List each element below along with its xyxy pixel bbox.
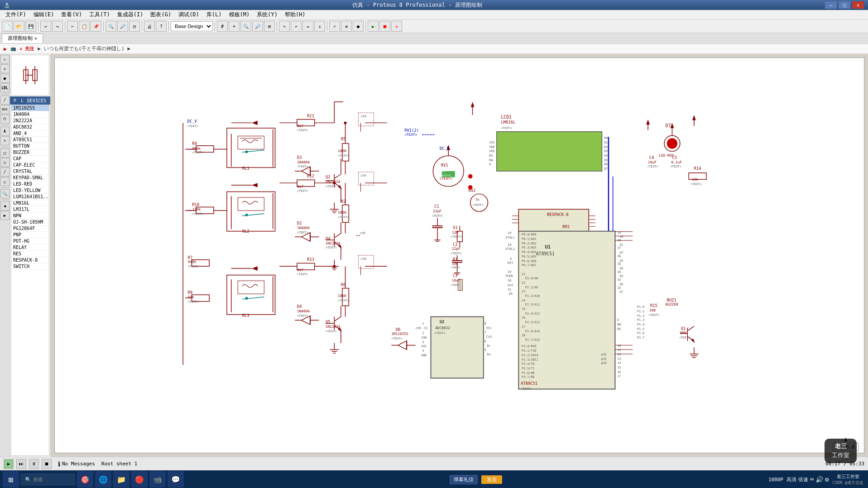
tb-flip-h[interactable]: ↔ — [302, 21, 313, 32]
send-btn[interactable]: 发送 — [481, 475, 502, 484]
comp-item-lm317[interactable]: LM317L — [11, 206, 49, 213]
pause-button[interactable]: ⏸ — [29, 459, 39, 469]
comp-item-pnp[interactable]: PNP — [11, 232, 49, 238]
comp-item-led-red[interactable]: LED-RED — [11, 181, 49, 187]
comp-item-crystal[interactable]: CRYSTAL — [11, 168, 49, 175]
settings-icon[interactable]: ⚙ — [825, 476, 829, 483]
new-button[interactable]: 📄 — [2, 21, 13, 32]
draw-line[interactable]: / — [0, 167, 10, 177]
pin-tool[interactable]: ⊓ — [0, 115, 10, 124]
minimize-button[interactable]: — — [825, 1, 837, 9]
fit-button[interactable]: ⊡ — [129, 21, 140, 32]
menu-template[interactable]: 模板(M) — [225, 10, 254, 19]
canvas-area[interactable]: DC_V <TEXT> R9 880k <TEXT> — [51, 54, 868, 457]
menu-debug[interactable]: 调试(D) — [175, 10, 203, 19]
menu-view[interactable]: 查看(V) — [58, 10, 86, 19]
comp-item-buzzer[interactable]: BUZZER — [11, 149, 49, 156]
comp-item-2n2222[interactable]: 2N2222A — [11, 118, 49, 124]
tb-wire[interactable]: ⚡ — [329, 21, 340, 32]
comp-item-pothg[interactable]: POT-HG — [11, 238, 49, 244]
stop-button[interactable]: ⏹ — [42, 459, 52, 469]
comp-item-respack8[interactable]: RESPACK-8 — [11, 257, 49, 263]
menu-tools[interactable]: 工具(T) — [86, 10, 114, 19]
comp-item-switch[interactable]: SWITCH — [11, 263, 49, 270]
menu-help[interactable]: 帮助(H) — [281, 10, 309, 19]
label-tool[interactable]: LBL — [0, 83, 10, 92]
comp-item-button[interactable]: BUTTON — [11, 143, 49, 149]
menu-file[interactable]: 文件(F) — [2, 10, 30, 19]
component-tool[interactable]: + — [0, 64, 10, 73]
script-tool[interactable]: ≡ — [0, 136, 10, 145]
pan-right[interactable]: ▶ — [0, 211, 10, 220]
menu-system[interactable]: 系统(Y) — [253, 10, 281, 19]
draw-circle[interactable]: ○ — [0, 158, 10, 167]
tb-zoomout2[interactable]: 🔎 — [252, 21, 263, 32]
select-tool[interactable]: ↖ — [0, 55, 10, 64]
comp-item-res[interactable]: RES — [11, 251, 49, 257]
tb-flip-v[interactable]: ↕ — [314, 21, 325, 32]
tb-run[interactable]: ▶ — [368, 21, 379, 32]
component-list[interactable]: 1M110ZS5 1N4004 2N2222A ADC0832 AND_4 AT… — [11, 105, 49, 456]
comp-item-adc0832[interactable]: ADC0832 — [11, 124, 49, 130]
comp-item-cap[interactable]: CAP — [11, 156, 49, 162]
speaker-icon[interactable]: 🔊 — [815, 476, 823, 483]
tab-close-icon[interactable]: ✕ — [34, 36, 37, 41]
comp-item-cap-elec[interactable]: CAP-ELEC — [11, 162, 49, 168]
tb-stop[interactable]: ⏹ — [379, 21, 390, 32]
junction-tool[interactable]: ● — [0, 74, 10, 83]
taskbar-app-3[interactable]: 📁 — [113, 471, 129, 488]
keyboard-icon[interactable]: ⌨ — [810, 476, 814, 483]
cut-button[interactable]: ✂ — [67, 21, 78, 32]
tb-zoomin2[interactable]: 🔍 — [240, 21, 251, 32]
wire-tool[interactable]: / — [0, 96, 10, 105]
design-select[interactable]: Base Design — [171, 21, 213, 31]
tab-schematic[interactable]: 原理图绘制 ✕ — [2, 33, 43, 43]
redo-button[interactable]: ↪ — [52, 21, 63, 32]
menu-integrated[interactable]: 集成器(I) — [114, 10, 147, 19]
tb-x[interactable]: ✕ — [391, 21, 402, 32]
comp-item-ojsh[interactable]: OJ-SH-105HM — [11, 219, 49, 225]
bus-tool[interactable]: BUS — [0, 105, 10, 114]
pan-left[interactable]: ◀ — [0, 201, 10, 211]
tb-junction[interactable]: ● — [353, 21, 364, 32]
comp-item-keypad[interactable]: KEYPAD-SMAL — [11, 175, 49, 181]
comp-item-and4[interactable]: AND_4 — [11, 130, 49, 137]
menu-edit[interactable]: 编辑(E) — [30, 10, 58, 19]
search-bar[interactable]: 🔍 搜索 — [21, 474, 75, 485]
help-button[interactable]: ? — [156, 21, 167, 32]
paste-button[interactable]: 📌 — [91, 21, 101, 32]
menu-lib[interactable]: 库(L) — [203, 10, 225, 19]
comp-item-led-yellow[interactable]: LED-YELLOW — [11, 187, 49, 194]
taskbar-app-2[interactable]: 🌐 — [95, 471, 111, 488]
menu-chart[interactable]: 图表(G) — [147, 10, 175, 19]
copy-button[interactable]: 📋 — [79, 21, 90, 32]
zoom-in-button[interactable]: 🔍 — [106, 21, 116, 32]
zoom-out-button[interactable]: 🔎 — [117, 21, 128, 32]
comp-item-at89c51[interactable]: AT89C51 — [11, 137, 49, 143]
comp-item-lgm[interactable]: LGM12641BS1... — [11, 194, 49, 200]
maximize-button[interactable]: □ — [838, 1, 851, 9]
barrage-btn[interactable]: 弹幕礼仪 — [450, 475, 478, 484]
sidebar-p-btn[interactable]: P — [12, 97, 18, 104]
tb-grid[interactable]: # — [217, 21, 228, 32]
draw-poly[interactable]: △ — [0, 177, 10, 186]
taskbar-app-4[interactable]: 🔴 — [131, 471, 148, 488]
tb-bus[interactable]: ≡ — [341, 21, 352, 32]
comp-item-1n4004[interactable]: 1N4004 — [11, 111, 49, 118]
comp-item-npn[interactable]: NPN — [11, 213, 49, 219]
comp-item-pg12864[interactable]: PG12864F — [11, 225, 49, 232]
close-button[interactable]: ✕ — [852, 1, 864, 9]
tb-zoomfull[interactable]: ⊞ — [264, 21, 275, 32]
step-button[interactable]: ⏭ — [16, 459, 26, 469]
print-button[interactable]: 🖨 — [144, 21, 155, 32]
tb-rot-cw[interactable]: ↷ — [279, 21, 290, 32]
draw-box[interactable]: □ — [0, 148, 10, 158]
comp-item-1m110[interactable]: 1M110ZS5 — [11, 105, 49, 111]
save-button[interactable]: 💾 — [25, 21, 36, 32]
zoom-tool[interactable]: 🔍 — [0, 189, 10, 198]
sidebar-l-btn[interactable]: L — [19, 97, 25, 104]
windows-icon[interactable]: ⊞ — [3, 471, 19, 488]
taskbar-app-1[interactable]: 🎯 — [77, 471, 93, 488]
comp-item-relay[interactable]: RELAY — [11, 244, 49, 251]
play-button[interactable]: ▶ — [4, 459, 14, 469]
